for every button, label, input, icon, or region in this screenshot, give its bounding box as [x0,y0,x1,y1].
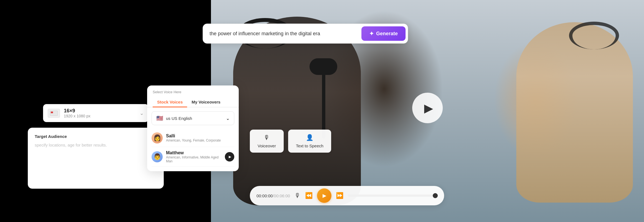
generate-input[interactable]: the power of influencer marketing in the… [210,31,358,37]
aspect-size-label: 1920 x 1080 px [64,114,136,118]
aspect-info: 16×9 1920 x 1080 px [64,108,136,118]
microphone-icon: 🎙 [264,134,270,141]
list-item: 👨 Matthew American, Informative, Middle … [152,147,234,167]
media-player: 00:00:00/00:06:00 🎙 ⏪ ⏩ [250,186,444,205]
current-time: 00:00:00 [256,193,273,198]
mic-stand [322,67,325,139]
voice-name-salli: Salli [166,133,234,138]
rewind-icon[interactable]: ⏪ [305,192,313,199]
action-buttons-group: 🎙 Voiceover 👤 Text to Speech [250,130,331,153]
voice-tabs: Stock Voices My Voiceovers [147,94,239,107]
thumbnail-preview [50,111,58,116]
target-audience-card: Target Audience specify locations, age f… [28,128,164,189]
language-chevron-icon: ⌄ [226,116,230,121]
tab-stock-voices[interactable]: Stock Voices [153,97,187,107]
target-audience-input[interactable]: specify locations, age for better result… [35,142,157,148]
total-time: /00:06:00 [273,193,290,198]
voiceover-button[interactable]: 🎙 Voiceover [250,130,284,153]
video-play-button[interactable] [412,93,443,123]
time-display: 00:00:00/00:06:00 [256,193,290,198]
tab-my-voiceovers[interactable]: My Voiceovers [187,97,225,107]
voice-desc-salli: American, Young, Female, Corporate [166,138,234,142]
voice-selector-card: Select Voice Here Stock Voices My Voiceo… [147,85,239,171]
voice-name-matthew: Matthew [166,150,222,155]
headphone-right [569,22,619,49]
forward-icon[interactable]: ⏩ [336,192,343,199]
text-to-speech-button[interactable]: 👤 Text to Speech [288,130,331,153]
voice-avatar-matthew: 👨 [152,151,163,162]
list-item: 👩 Salli American, Young, Female, Corpora… [152,129,234,147]
aspect-ratio-card[interactable]: 16×9 1920 x 1080 px ⌄ [43,104,149,122]
voice-list: 👩 Salli American, Young, Female, Corpora… [147,129,239,171]
progress-thumb[interactable] [433,193,438,198]
play-button[interactable] [317,188,331,203]
tts-label: Text to Speech [296,143,323,148]
voice-avatar-salli: 👩 [152,132,163,143]
microphone [310,58,337,75]
tts-icon: 👤 [306,134,313,141]
voiceover-label: Voiceover [258,143,276,148]
progress-bar[interactable] [348,195,437,197]
language-label: us US English [166,116,192,121]
play-matthew-button[interactable] [225,152,234,162]
person-right-silhouette [516,22,633,203]
language-selector[interactable]: 🇺🇸 us US English ⌄ [152,111,234,125]
target-audience-label: Target Audience [35,134,157,139]
voice-info-matthew: Matthew American, Informative, Middle Ag… [166,150,222,163]
flag-icon: 🇺🇸 [156,115,163,122]
chevron-down-icon: ⌄ [140,110,144,116]
generate-bar: the power of influencer marketing in the… [203,24,408,44]
sparkle-icon: ✦ [369,30,374,37]
language-text: 🇺🇸 us US English [156,115,192,122]
aspect-thumbnail [48,109,60,118]
aspect-ratio-label: 16×9 [64,108,136,114]
voice-desc-matthew: American, Informative, Middle Aged Man [166,155,222,163]
voice-selector-header: Select Voice Here [147,85,239,94]
generate-button[interactable]: ✦ Generate [361,26,406,41]
mic-icon[interactable]: 🎙 [295,192,301,199]
voice-info-salli: Salli American, Young, Female, Corporate [166,133,234,142]
